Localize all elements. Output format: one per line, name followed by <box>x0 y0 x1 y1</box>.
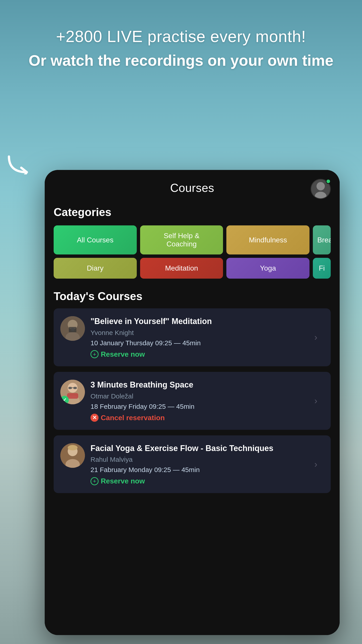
app-title: Courses <box>170 181 214 194</box>
x-icon-2: ✕ <box>90 414 98 422</box>
header-section: +2800 LIVE practise every month! Or watc… <box>0 27 362 70</box>
category-all-courses[interactable]: All Courses <box>54 226 137 254</box>
course-avatar-1 <box>60 316 85 341</box>
course-instructor-3: Rahul Malviya <box>90 456 324 463</box>
categories-section: Categories All Courses Self Help &Coachi… <box>45 199 340 283</box>
category-diary[interactable]: Diary <box>54 258 137 278</box>
course-card-1: "Believe in Yourself" Meditation Yvonne … <box>54 308 331 366</box>
chevron-icon-1: › <box>314 332 317 342</box>
reserve-label-1: Reserve now <box>101 350 145 358</box>
course-title-1: "Believe in Yourself" Meditation <box>90 316 324 327</box>
svg-point-7 <box>71 328 74 332</box>
category-self-help[interactable]: Self Help &Coaching <box>140 226 223 254</box>
course-title-3: Facial Yoga & Exercise Flow - Basic Tech… <box>90 443 324 454</box>
chevron-icon-2: › <box>314 396 317 406</box>
header-main-text: +2800 LIVE practise every month! <box>0 27 362 46</box>
header-sub-text: Or watch the recordings on your own time <box>0 50 362 70</box>
course-time-3: 21 Fabruary Monday 09:25 — 45min <box>90 466 324 474</box>
cancel-label-2: Cancel reservation <box>101 414 165 422</box>
courses-section: Today's Courses <box>45 283 340 635</box>
course-avatar-2: ✓ <box>60 380 85 404</box>
category-mindfulness[interactable]: Mindfulness <box>226 226 310 254</box>
plus-icon-3: + <box>90 477 98 485</box>
course-time-2: 18 February Friday 09:25 — 45min <box>90 403 324 410</box>
reserve-label-3: Reserve now <box>101 477 145 485</box>
cancel-button-2[interactable]: ✕ Cancel reservation <box>90 414 165 422</box>
check-badge-2: ✓ <box>60 396 69 404</box>
course-info-1: "Believe in Yourself" Meditation Yvonne … <box>90 316 324 358</box>
course-title-2: 3 Minutes Breathing Space <box>90 380 324 390</box>
plus-icon-1: + <box>90 350 98 358</box>
svg-rect-14 <box>67 393 78 399</box>
phone-frame: Courses Categories All Courses Self Help… <box>45 170 340 635</box>
category-meditation[interactable]: Meditation <box>140 258 223 278</box>
online-status-dot <box>326 179 331 184</box>
course-instructor-1: Yvonne Knight <box>90 329 324 336</box>
course-avatar-3 <box>60 443 85 468</box>
app-header: Courses <box>45 170 340 199</box>
categories-label: Categories <box>54 206 331 219</box>
course-time-1: 10 January Thursday 09:25 — 45min <box>90 339 324 347</box>
svg-point-1 <box>317 182 325 190</box>
reserve-button-3[interactable]: + Reserve now <box>90 477 145 485</box>
course-card-3: Facial Yoga & Exercise Flow - Basic Tech… <box>54 435 331 493</box>
category-yoga[interactable]: Yoga <box>226 258 310 278</box>
svg-rect-12 <box>73 387 77 389</box>
course-card-2: ✓ 3 Minutes Breathing Space Otmar Doleža… <box>54 372 331 430</box>
category-fi[interactable]: Fi <box>313 258 331 278</box>
reserve-button-1[interactable]: + Reserve now <box>90 350 145 358</box>
categories-grid: All Courses Self Help &Coaching Mindfuln… <box>54 226 331 278</box>
today-courses-label: Today's Courses <box>54 290 331 303</box>
course-info-2: 3 Minutes Breathing Space Otmar Doležal … <box>90 380 324 422</box>
category-breath[interactable]: Brea <box>313 226 331 254</box>
svg-rect-11 <box>68 387 72 389</box>
course-instructor-2: Otmar Doležal <box>90 392 324 400</box>
course-info-3: Facial Yoga & Exercise Flow - Basic Tech… <box>90 443 324 486</box>
chevron-icon-3: › <box>314 459 317 469</box>
arrow-icon <box>7 152 29 174</box>
svg-point-18 <box>68 445 77 450</box>
